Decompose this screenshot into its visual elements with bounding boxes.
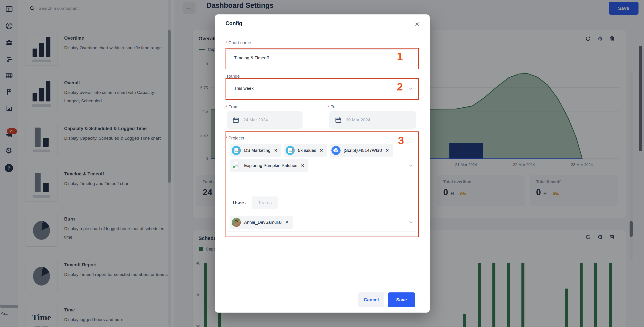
from-label: *From bbox=[226, 104, 238, 109]
annotation-box-1 bbox=[226, 48, 419, 69]
to-label: *To bbox=[328, 104, 335, 109]
modal-title: Config bbox=[226, 20, 242, 26]
from-date-input[interactable]: 24 Mar 2024 bbox=[227, 111, 302, 129]
cancel-button[interactable]: Cancel bbox=[358, 293, 384, 307]
calendar-icon bbox=[232, 117, 239, 123]
chart-name-label: *Chart name bbox=[226, 40, 251, 45]
required-asterisk: * bbox=[226, 104, 227, 109]
annotation-box-3 bbox=[226, 131, 419, 237]
save-button[interactable]: Save bbox=[388, 293, 415, 307]
calendar-icon bbox=[335, 117, 342, 123]
annotation-box-2 bbox=[226, 78, 419, 100]
config-modal: Config ✕ *Chart name Timelog & Timeoff R… bbox=[215, 14, 430, 313]
required-asterisk: * bbox=[328, 104, 330, 109]
to-date-input[interactable]: 30 Mar 2024 bbox=[329, 111, 416, 129]
annotation-number-2: 2 bbox=[397, 81, 403, 93]
app-root: 21 ⚙ ? Yo... Search a component Overtime… bbox=[0, 0, 644, 327]
close-icon[interactable]: ✕ bbox=[414, 21, 420, 28]
annotation-number-3: 3 bbox=[398, 134, 404, 147]
annotation-number-1: 1 bbox=[397, 50, 403, 62]
required-asterisk: * bbox=[226, 40, 227, 45]
range-label: Range bbox=[227, 74, 240, 79]
